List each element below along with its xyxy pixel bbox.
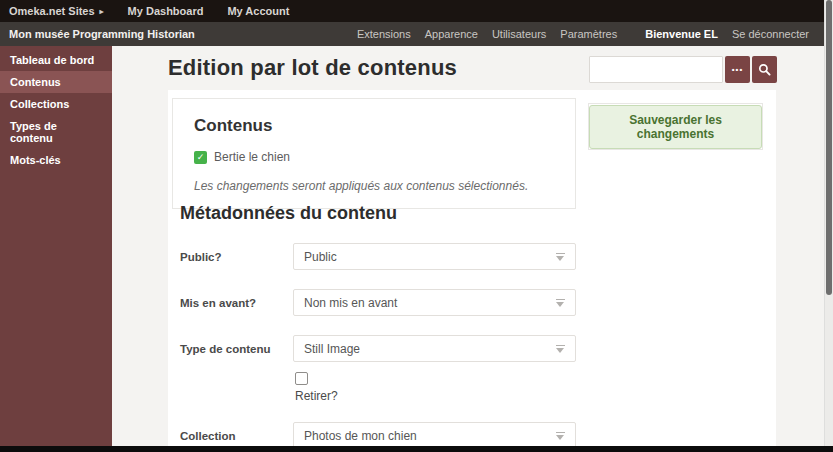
link-parametres[interactable]: Paramètres [560, 28, 617, 40]
save-changes-button[interactable]: Sauvegarder les changements [589, 105, 762, 149]
site-title-link[interactable]: Mon musée Programming Historian [9, 28, 195, 40]
public-select[interactable]: Public [293, 243, 576, 270]
item-checkbox-label: Bertie le chien [214, 150, 290, 164]
topbar-omeka-sites-label: Omeka.net Sites [9, 5, 95, 17]
admin-bar: Mon musée Programming Historian Extensio… [0, 22, 833, 46]
search-bar: ••• [589, 56, 777, 83]
link-utilisateurs[interactable]: Utilisateurs [492, 28, 546, 40]
item-type-remove-block: Retirer? [295, 372, 576, 403]
item-type-select[interactable]: Still Image [293, 335, 576, 362]
checked-checkbox-icon[interactable]: ✓ [194, 151, 207, 164]
main-content: Edition par lot de contenus ••• Contenus [112, 46, 833, 452]
link-extensions[interactable]: Extensions [357, 28, 411, 40]
chevron-down-icon [556, 431, 565, 441]
public-select-value: Public [304, 250, 556, 264]
topbar-my-account-label: My Account [227, 5, 289, 17]
search-options-button[interactable]: ••• [725, 56, 750, 83]
form-row-item-type: Type de contenu Still Image Retirer? [180, 335, 750, 403]
sidebar-item-contenus[interactable]: Contenus [0, 71, 112, 93]
admin-bar-links: Extensions Apparence Utilisateurs Paramè… [357, 28, 809, 40]
global-topbar: Omeka.net Sites ▸ My Dashboard My Accoun… [0, 0, 833, 22]
collection-select-value: Photos de mon chien [304, 429, 556, 443]
featured-select[interactable]: Non mis en avant [293, 289, 576, 316]
app-shell: Tableau de bord Contenus Collections Typ… [0, 46, 833, 452]
chevron-down-icon [556, 298, 565, 308]
topbar-my-dashboard-label: My Dashboard [128, 5, 204, 17]
form-title: Métadonnées du contenu [180, 203, 750, 224]
collection-select[interactable]: Photos de mon chien [293, 422, 576, 449]
logout-link[interactable]: Se déconnecter [732, 28, 809, 40]
topbar-my-dashboard[interactable]: My Dashboard [128, 5, 204, 17]
form-row-public: Public? Public [180, 243, 750, 270]
search-submit-button[interactable] [752, 56, 777, 83]
topbar-my-account[interactable]: My Account [227, 5, 289, 17]
chevron-down-icon [556, 344, 565, 354]
link-apparence[interactable]: Apparence [425, 28, 478, 40]
bottom-border [0, 446, 833, 452]
item-type-remove-label: Retirer? [295, 389, 576, 403]
item-type-remove-checkbox[interactable] [295, 372, 308, 385]
chevron-right-icon: ▸ [100, 7, 104, 16]
sidebar-item-collections[interactable]: Collections [0, 93, 112, 115]
search-input[interactable] [589, 56, 723, 83]
topbar-omeka-sites[interactable]: Omeka.net Sites ▸ [9, 5, 104, 17]
items-panel-title: Contenus [194, 116, 554, 136]
search-icon [758, 63, 771, 76]
sidebar-item-types-de-contenu[interactable]: Types de contenu [0, 115, 112, 149]
sidebar-item-tableau-de-bord[interactable]: Tableau de bord [0, 49, 112, 71]
sidebar-nav: Tableau de bord Contenus Collections Typ… [0, 46, 112, 452]
item-type-label: Type de contenu [180, 335, 293, 403]
ellipsis-icon: ••• [732, 65, 743, 74]
save-panel: Sauvegarder les changements [588, 103, 763, 150]
sidebar-item-mots-cles[interactable]: Mots-clés [0, 149, 112, 171]
chevron-down-icon [556, 252, 565, 262]
featured-label: Mis en avant? [180, 289, 293, 316]
form-row-featured: Mis en avant? Non mis en avant [180, 289, 750, 316]
content-sheet: Contenus ✓ Bertie le chien Les changemen… [168, 90, 776, 446]
public-label: Public? [180, 243, 293, 270]
item-type-select-value: Still Image [304, 342, 556, 356]
apply-note: Les changements seront appliqués aux con… [194, 179, 554, 193]
metadata-form: Métadonnées du contenu Public? Public Mi… [180, 203, 750, 452]
items-selection-panel: Contenus ✓ Bertie le chien Les changemen… [172, 98, 576, 209]
page-scrollbar[interactable] [824, 0, 833, 452]
welcome-user-link[interactable]: Bienvenue EL [645, 28, 718, 40]
item-checkbox-row[interactable]: ✓ Bertie le chien [194, 150, 554, 164]
page-title: Edition par lot de contenus [168, 55, 457, 81]
scrollbar-thumb[interactable] [826, 0, 832, 295]
featured-select-value: Non mis en avant [304, 296, 556, 310]
